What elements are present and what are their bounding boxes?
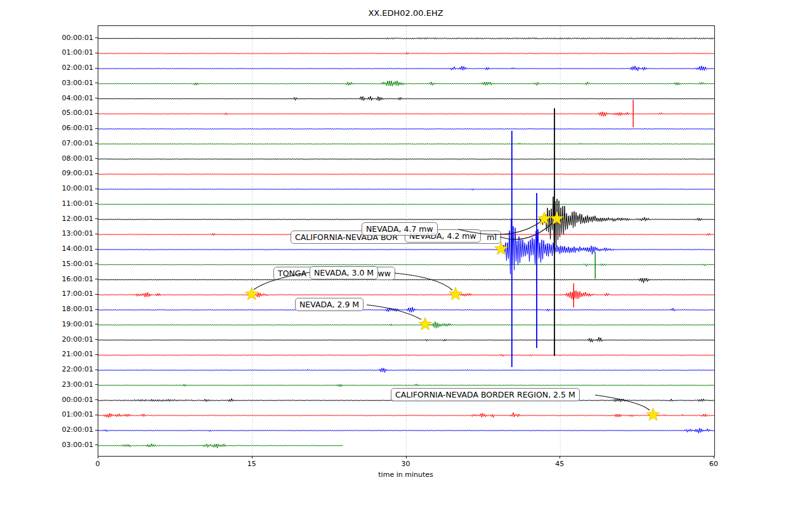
y-tick-mark	[95, 279, 98, 279]
trace-row-2	[98, 66, 714, 71]
y-tick-label: 02:00:01	[54, 64, 93, 72]
y-tick-label: 07:00:01	[54, 139, 93, 147]
y-tick-label: 19:00:01	[54, 320, 93, 328]
annotation-text: NEVADA, 4.7 mw	[366, 224, 433, 234]
y-tick-label: 01:00:01	[54, 48, 93, 57]
y-tick-label: 17:00:01	[54, 290, 93, 298]
annotation-prefix: TONGA	[278, 269, 306, 278]
trace-row-19	[98, 322, 714, 329]
y-tick-mark	[95, 324, 98, 324]
x-tick-mark	[252, 456, 252, 458]
y-tick-label: 06:00:01	[54, 124, 93, 132]
y-tick-mark	[95, 399, 98, 400]
y-tick-label: 15:00:01	[54, 260, 93, 268]
y-tick-mark	[95, 218, 98, 219]
x-tick-mark	[406, 456, 407, 458]
x-tick-label: 15	[239, 460, 265, 468]
trace-row-3	[98, 81, 714, 86]
y-tick-label: 23:00:01	[54, 380, 93, 389]
seismogram-dayplot-window: XX.EDH02.00.EHZ 00:00:0101:00:0102:00:01…	[0, 0, 812, 508]
y-tick-label: 04:00:01	[54, 94, 93, 102]
y-tick-mark	[95, 203, 98, 204]
trace-row-18	[98, 307, 714, 312]
annotation-text: NEVADA, 3.0 M	[314, 268, 374, 277]
annotation-suffix: ww	[378, 269, 391, 278]
x-axis-label: time in minutes	[98, 471, 714, 479]
y-tick-label: 14:00:01	[54, 244, 93, 253]
y-tick-label: 00:00:01	[54, 396, 93, 404]
x-tick-label: 60	[701, 460, 726, 468]
trace-row-6	[98, 128, 714, 129]
y-tick-mark	[95, 128, 98, 129]
y-tick-mark	[95, 264, 98, 264]
y-tick-mark	[95, 98, 98, 98]
x-tick-mark	[98, 456, 98, 458]
trace-row-27	[98, 444, 343, 448]
event-annotation-nevada-2-9: NEVADA, 2.9 M	[295, 298, 363, 311]
y-tick-label: 10:00:01	[54, 184, 93, 192]
y-tick-label: 02:00:01	[54, 425, 93, 434]
y-tick-label: 00:00:01	[54, 34, 93, 42]
y-tick-label: 13:00:01	[54, 229, 93, 237]
y-tick-mark	[95, 37, 98, 38]
y-tick-mark	[95, 53, 98, 53]
event-annotation-california-nevada-2-5: CALIFORNIA-NEVADA BORDER REGION, 2.5 M	[391, 388, 580, 401]
y-tick-mark	[95, 83, 98, 83]
y-tick-label: 12:00:01	[54, 215, 93, 223]
y-tick-label: 09:00:01	[54, 169, 93, 177]
y-tick-mark	[95, 444, 98, 445]
y-tick-label: 18:00:01	[54, 305, 93, 313]
y-tick-mark	[95, 158, 98, 159]
y-tick-mark	[95, 430, 98, 431]
trace-row-11	[98, 204, 714, 204]
y-tick-mark	[95, 415, 98, 415]
y-tick-mark	[95, 189, 98, 189]
y-tick-mark	[95, 294, 98, 295]
y-tick-mark	[95, 68, 98, 69]
x-tick-label: 45	[547, 460, 572, 468]
y-tick-mark	[95, 370, 98, 370]
y-tick-label: 22:00:01	[54, 365, 93, 373]
y-tick-label: 20:00:01	[54, 335, 93, 344]
plot-title: XX.EDH02.00.EHZ	[98, 8, 714, 18]
annotation-text: NEVADA, 2.9 M	[299, 300, 359, 309]
trace-row-10	[98, 189, 714, 190]
trace-row-25	[98, 413, 714, 418]
x-tick-label: 0	[85, 460, 110, 468]
y-tick-mark	[95, 339, 98, 340]
y-tick-mark	[95, 354, 98, 355]
y-tick-label: 01:00:01	[54, 410, 93, 418]
event-annotation-nevada-3-0: NEVADA, 3.0 M	[310, 266, 378, 279]
annotation-suffix: ml	[487, 232, 497, 242]
y-tick-label: 08:00:01	[54, 154, 93, 163]
trace-row-9	[98, 174, 714, 175]
y-tick-mark	[95, 384, 98, 385]
annotation-text: CALIFORNIA-NEVADA BORDER REGION, 2.5 M	[395, 390, 575, 399]
x-tick-label: 30	[393, 460, 419, 468]
y-tick-label: 03:00:01	[54, 79, 93, 87]
y-tick-mark	[95, 249, 98, 250]
y-tick-mark	[95, 173, 98, 174]
trace-row-21	[98, 354, 714, 356]
y-tick-mark	[95, 143, 98, 144]
event-annotation-nevada-4-7: NEVADA, 4.7 mw	[362, 222, 438, 236]
y-tick-label: 16:00:01	[54, 275, 93, 283]
y-tick-label: 21:00:01	[54, 350, 93, 358]
y-tick-label: 11:00:01	[54, 199, 93, 208]
x-tick-mark	[714, 456, 714, 458]
y-tick-mark	[95, 309, 98, 310]
y-tick-label: 03:00:01	[54, 441, 93, 449]
y-tick-mark	[95, 113, 98, 114]
y-tick-label: 05:00:01	[54, 109, 93, 117]
y-tick-mark	[95, 234, 98, 234]
x-tick-mark	[560, 456, 560, 458]
